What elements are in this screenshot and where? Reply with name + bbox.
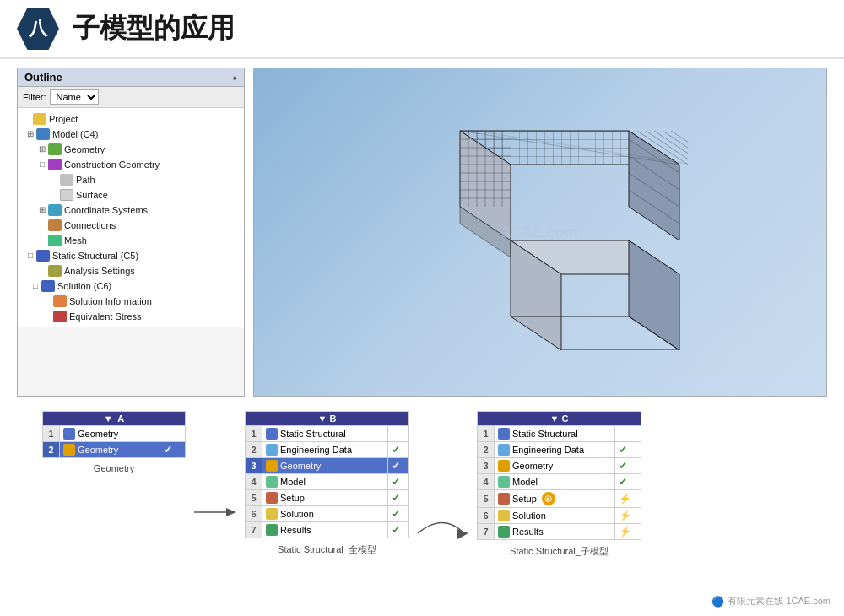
expand-model[interactable]: ⊞ [24, 127, 36, 141]
row-num: 1 [43, 426, 60, 442]
col-header-b: ▼ B [246, 412, 409, 426]
outline-panel: Outline ♦ Filter: Name Project ⊞ Model (… [17, 68, 245, 397]
row-icon [498, 444, 510, 456]
table-row: 6 Solution ✓ [246, 506, 409, 522]
row-content: Setup [262, 490, 388, 506]
label-static: Static Structural (C5) [52, 249, 138, 262]
expand-static[interactable]: □ [24, 249, 36, 262]
row-icon [498, 493, 510, 505]
row-label: Geometry [512, 461, 553, 471]
connector-a-b [186, 411, 245, 580]
tree-item-construction[interactable]: □ Construction Geometry [18, 157, 244, 172]
row-icon [63, 428, 75, 440]
row-label: Solution [512, 511, 546, 521]
row-check [387, 426, 408, 442]
pin-icon[interactable]: ♦ [232, 73, 237, 83]
row-content: Results [262, 522, 388, 538]
row-num: 1 [246, 426, 262, 442]
row-check [615, 426, 641, 442]
block-label-c: Static Structural_子模型 [510, 545, 609, 558]
row-icon [266, 492, 278, 504]
table-row: 5 Setup ④ ⚡ [478, 490, 641, 508]
label-path: Path [76, 173, 95, 186]
table-row-highlighted: 3 Geometry ✓ [246, 458, 409, 474]
tree-item-coordinate[interactable]: ⊞ Coordinate Systems [18, 203, 244, 218]
row-label: Model [280, 477, 306, 487]
row-content: Model [495, 474, 615, 490]
row-num: 2 [478, 442, 495, 458]
expand-geometry[interactable]: ⊞ [36, 143, 48, 156]
filter-select[interactable]: Name [50, 89, 99, 105]
svg-marker-36 [457, 529, 468, 539]
row-check: ✓ [387, 506, 408, 522]
label-mesh: Mesh [64, 234, 87, 247]
row-num: 1 [478, 426, 495, 442]
chapter-badge: 八 [17, 8, 59, 50]
tree-item-project[interactable]: Project [18, 111, 244, 127]
table-row: 4 Model ✓ [246, 474, 409, 490]
viewport-watermark: 1CAE.com [502, 224, 578, 241]
row-num: 5 [246, 490, 262, 506]
workflow-table-b: ▼ B 1 Static Structural 2 [245, 411, 409, 538]
workflow-block-c: ▼ C 1 Static Structural 2 [477, 411, 641, 558]
table-row: 1 Geometry [43, 426, 186, 442]
row-label: Static Structural [280, 429, 346, 439]
row-check: ✓ [615, 474, 641, 490]
table-row: 1 Static Structural [246, 426, 409, 442]
table-row: 2 Engineering Data ✓ [246, 442, 409, 458]
icon-model [36, 128, 50, 140]
row-label: Geometry [78, 445, 118, 455]
row-content: Static Structural [495, 426, 615, 442]
row-icon [498, 428, 510, 440]
row-label: Solution [280, 509, 314, 519]
tree-item-connections[interactable]: Connections [18, 218, 244, 233]
tree-item-model[interactable]: ⊞ Model (C4) [18, 127, 244, 142]
table-row: 3 Geometry ✓ [478, 458, 641, 474]
row-check [160, 426, 185, 442]
expand-coordinate[interactable]: ⊞ [36, 203, 48, 217]
block-label-a: Geometry [94, 463, 134, 473]
table-row: 6 Solution ⚡ [478, 508, 641, 524]
table-row-highlighted: 2 Geometry ✓ [43, 442, 186, 458]
row-content: Geometry [495, 458, 615, 474]
tree-item-analysis[interactable]: Analysis Settings [18, 263, 244, 278]
row-icon [63, 444, 75, 456]
icon-stress [53, 311, 67, 322]
row-num: 2 [246, 442, 262, 458]
page-title: 子模型的应用 [73, 10, 235, 47]
row-content: Geometry [60, 426, 160, 442]
row-icon [266, 444, 278, 456]
tree-item-solution[interactable]: □ Solution (C6) [18, 278, 244, 294]
tree-item-stress[interactable]: Equivalent Stress [18, 309, 244, 324]
workflow-block-a: ▼ A 1 Geometry 2 [42, 411, 186, 473]
tree-item-sol-info[interactable]: Solution Information [18, 294, 244, 309]
outline-header: Outline ♦ [18, 68, 244, 87]
arrow-a-b-svg [194, 500, 236, 525]
row-content: Static Structural [262, 426, 388, 442]
row-num: 3 [246, 458, 262, 474]
header: 八 子模型的应用 [0, 0, 844, 59]
row-label: Static Structural [512, 429, 578, 439]
icon-static [36, 250, 50, 262]
label-solution: Solution (C6) [57, 279, 111, 293]
row-label: Model [512, 477, 538, 487]
lightning-icon-5: ⚡ [619, 493, 631, 505]
row-num: 3 [478, 458, 495, 474]
row-label: Results [512, 527, 544, 537]
row-check: ✓ [387, 490, 408, 506]
icon-solution [41, 280, 55, 292]
main-content: Outline ♦ Filter: Name Project ⊞ Model (… [0, 59, 844, 405]
expand-construction[interactable]: □ [36, 158, 48, 171]
badge-4: ④ [542, 492, 555, 505]
table-row: 7 Results ✓ [246, 522, 409, 538]
row-icon [498, 476, 510, 488]
tree-item-surface[interactable]: Surface [18, 187, 244, 203]
tree-item-static[interactable]: □ Static Structural (C5) [18, 248, 244, 263]
row-icon [266, 476, 278, 488]
row-label: Engineering Data [512, 445, 584, 455]
tree-item-mesh[interactable]: Mesh [18, 233, 244, 248]
tree-item-path[interactable]: Path [18, 172, 244, 187]
expand-solution[interactable]: □ [30, 279, 41, 293]
row-num: 7 [246, 522, 262, 538]
tree-item-geometry[interactable]: ⊞ Geometry [18, 142, 244, 157]
